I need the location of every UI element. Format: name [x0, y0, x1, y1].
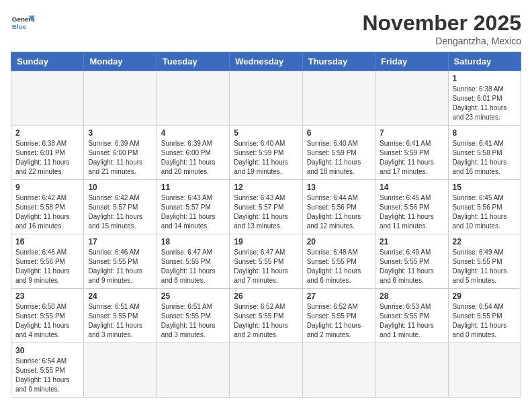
- day-12: 12 Sunrise: 6:43 AMSunset: 5:57 PMDaylig…: [230, 180, 302, 234]
- col-wednesday: Wednesday: [230, 52, 302, 71]
- empty-cell: [84, 343, 157, 398]
- day-26: 26 Sunrise: 6:52 AMSunset: 5:55 PMDaylig…: [230, 289, 302, 343]
- location: Dengantzha, Mexico: [362, 36, 521, 46]
- week-row-5: 23 Sunrise: 6:50 AMSunset: 5:55 PMDaylig…: [11, 289, 521, 343]
- week-row-3: 9 Sunrise: 6:42 AMSunset: 5:58 PMDayligh…: [11, 180, 521, 234]
- day-27: 27 Sunrise: 6:52 AMSunset: 5:55 PMDaylig…: [302, 289, 375, 343]
- day-16: 16 Sunrise: 6:46 AMSunset: 5:56 PMDaylig…: [11, 234, 84, 289]
- calendar-table: Sunday Monday Tuesday Wednesday Thursday…: [11, 52, 521, 398]
- day-17: 17 Sunrise: 6:46 AMSunset: 5:55 PMDaylig…: [84, 234, 157, 289]
- svg-text:Blue: Blue: [12, 23, 27, 30]
- title-block: November 2025 Dengantzha, Mexico: [362, 11, 521, 46]
- day-8: 8 Sunrise: 6:41 AMSunset: 5:58 PMDayligh…: [448, 126, 521, 180]
- day-14: 14 Sunrise: 6:45 AMSunset: 5:56 PMDaylig…: [375, 180, 448, 234]
- day-15: 15 Sunrise: 6:45 AMSunset: 5:56 PMDaylig…: [448, 180, 521, 234]
- empty-cell: [375, 343, 448, 398]
- logo: General Blue: [11, 11, 35, 35]
- col-monday: Monday: [84, 52, 157, 71]
- day-25: 25 Sunrise: 6:51 AMSunset: 5:55 PMDaylig…: [157, 289, 229, 343]
- empty-cell: [375, 71, 448, 126]
- day-4: 4 Sunrise: 6:39 AMSunset: 6:00 PMDayligh…: [157, 126, 229, 180]
- day-13: 13 Sunrise: 6:44 AMSunset: 5:56 PMDaylig…: [302, 180, 375, 234]
- day-22: 22 Sunrise: 6:49 AMSunset: 5:55 PMDaylig…: [448, 234, 521, 289]
- logo-icon: General Blue: [11, 11, 35, 35]
- day-3: 3 Sunrise: 6:39 AMSunset: 6:00 PMDayligh…: [84, 126, 157, 180]
- empty-cell: [230, 343, 302, 398]
- week-row-6: 30 Sunrise: 6:54 AMSunset: 5:55 PMDaylig…: [11, 343, 521, 398]
- empty-cell: [302, 71, 375, 126]
- day-23: 23 Sunrise: 6:50 AMSunset: 5:55 PMDaylig…: [11, 289, 84, 343]
- day-28: 28 Sunrise: 6:53 AMSunset: 5:55 PMDaylig…: [375, 289, 448, 343]
- col-thursday: Thursday: [302, 52, 375, 71]
- day-29: 29 Sunrise: 6:54 AMSunset: 5:55 PMDaylig…: [448, 289, 521, 343]
- day-19: 19 Sunrise: 6:47 AMSunset: 5:55 PMDaylig…: [230, 234, 302, 289]
- col-saturday: Saturday: [448, 52, 521, 71]
- col-tuesday: Tuesday: [157, 52, 229, 71]
- week-row-4: 16 Sunrise: 6:46 AMSunset: 5:56 PMDaylig…: [11, 234, 521, 289]
- day-2: 2 Sunrise: 6:38 AMSunset: 6:01 PMDayligh…: [11, 126, 84, 180]
- day-5: 5 Sunrise: 6:40 AMSunset: 5:59 PMDayligh…: [230, 126, 302, 180]
- day-7: 7 Sunrise: 6:41 AMSunset: 5:59 PMDayligh…: [375, 126, 448, 180]
- week-row-2: 2 Sunrise: 6:38 AMSunset: 6:01 PMDayligh…: [11, 126, 521, 180]
- day-10: 10 Sunrise: 6:42 AMSunset: 5:57 PMDaylig…: [84, 180, 157, 234]
- empty-cell: [157, 71, 229, 126]
- day-11: 11 Sunrise: 6:43 AMSunset: 5:57 PMDaylig…: [157, 180, 229, 234]
- day-30: 30 Sunrise: 6:54 AMSunset: 5:55 PMDaylig…: [11, 343, 84, 398]
- day-21: 21 Sunrise: 6:49 AMSunset: 5:55 PMDaylig…: [375, 234, 448, 289]
- day-9: 9 Sunrise: 6:42 AMSunset: 5:58 PMDayligh…: [11, 180, 84, 234]
- empty-cell: [157, 343, 229, 398]
- empty-cell: [448, 343, 521, 398]
- day-24: 24 Sunrise: 6:51 AMSunset: 5:55 PMDaylig…: [84, 289, 157, 343]
- day-6: 6 Sunrise: 6:40 AMSunset: 5:59 PMDayligh…: [302, 126, 375, 180]
- col-sunday: Sunday: [11, 52, 84, 71]
- weekday-header-row: Sunday Monday Tuesday Wednesday Thursday…: [11, 52, 521, 71]
- day-18: 18 Sunrise: 6:47 AMSunset: 5:55 PMDaylig…: [157, 234, 229, 289]
- empty-cell: [302, 343, 375, 398]
- day-1: 1 Sunrise: 6:38 AM Sunset: 6:01 PM Dayli…: [448, 71, 521, 126]
- week-row-1: 1 Sunrise: 6:38 AM Sunset: 6:01 PM Dayli…: [11, 71, 521, 126]
- empty-cell: [11, 71, 84, 126]
- month-title: November 2025: [362, 11, 521, 36]
- page-header: General Blue November 2025 Dengantzha, M…: [11, 11, 521, 46]
- empty-cell: [230, 71, 302, 126]
- empty-cell: [84, 71, 157, 126]
- day-20: 20 Sunrise: 6:48 AMSunset: 5:55 PMDaylig…: [302, 234, 375, 289]
- col-friday: Friday: [375, 52, 448, 71]
